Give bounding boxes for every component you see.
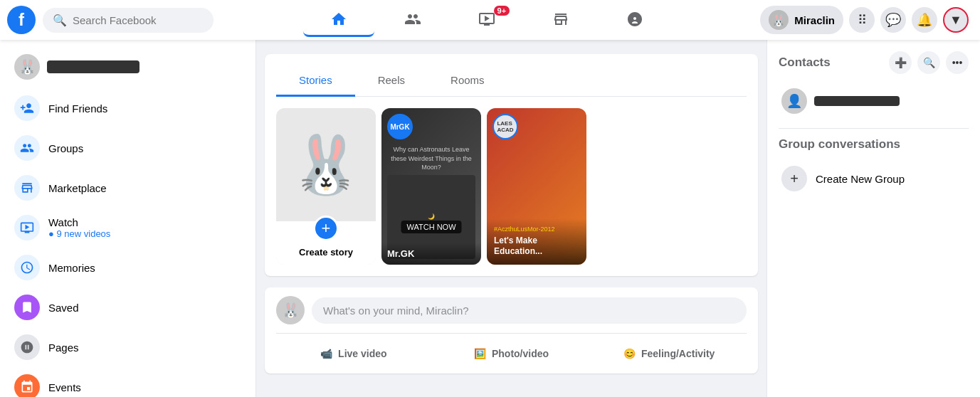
feeling-icon: 😊 <box>623 348 636 359</box>
tab-reels[interactable]: Reels <box>355 65 428 97</box>
nav-groups[interactable] <box>599 3 670 37</box>
create-story-plus-btn[interactable]: + <box>313 216 339 241</box>
events-icon <box>14 374 40 397</box>
sidebar-groups-label: Groups <box>48 142 83 154</box>
search-area[interactable]: 🔍 <box>43 8 214 33</box>
sidebar-item-events[interactable]: Events <box>6 367 250 397</box>
edu-overlay: #AczthuLusMor-2012 Let's Make Education.… <box>487 218 586 265</box>
nav-marketplace[interactable] <box>525 3 596 37</box>
sidebar-user-avatar: 🐰 <box>14 54 40 80</box>
tab-rooms[interactable]: Rooms <box>428 65 507 97</box>
sidebar-watch-text-wrap: Watch ● 9 new videos <box>48 216 110 239</box>
nav-friends[interactable] <box>377 3 448 37</box>
watch-badge: 9+ <box>494 6 510 16</box>
nav-watch[interactable]: 9+ <box>451 3 522 37</box>
search-box[interactable]: 🔍 <box>43 8 214 33</box>
memories-icon <box>14 255 40 280</box>
sidebar-item-groups[interactable]: Groups <box>6 128 250 168</box>
edu-logo: LAESACAD <box>492 114 518 139</box>
search-icon: 🔍 <box>53 14 67 27</box>
sidebar-divider <box>779 128 969 129</box>
sidebar-username <box>47 60 139 73</box>
nav-home[interactable] <box>303 3 374 37</box>
sidebar-memories-label: Memories <box>48 262 95 274</box>
page-layout: 🐰 Find Friends Groups Marketplace <box>0 40 980 397</box>
gk-avatar: MrGK <box>387 114 413 139</box>
contacts-title: Contacts <box>779 55 889 70</box>
topnav: f 🔍 9+ 🐰 Miraclin <box>0 0 980 40</box>
story-education[interactable]: LAESACAD #AczthuLusMor-2012 Let's Make E… <box>487 108 586 265</box>
sidebar-item-memories[interactable]: Memories <box>6 248 250 287</box>
sidebar-item-pages[interactable]: Pages <box>6 327 250 367</box>
stories-card: Stories Reels Rooms 🐰 + Create story <box>265 54 758 276</box>
contacts-header: Contacts ➕ 🔍 ••• <box>779 51 969 74</box>
sidebar-watch-label: Watch <box>48 216 110 228</box>
watch-now-badge: WATCH NOW <box>401 221 461 233</box>
stories-tabs: Stories Reels Rooms <box>276 65 747 97</box>
feeling-btn[interactable]: 😊 Feeling/Activity <box>591 342 747 365</box>
find-friends-icon <box>14 95 40 121</box>
marketplace-icon <box>14 175 40 201</box>
sidebar-item-saved[interactable]: Saved <box>6 287 250 327</box>
fb-logo: f <box>7 6 36 34</box>
create-group-label: Create New Group <box>816 173 905 185</box>
topnav-right: 🐰 Miraclin ⠿ 💬 🔔 ▼ <box>760 6 980 34</box>
user-name: Miraclin <box>794 14 835 26</box>
sidebar-events-label: Events <box>48 381 81 393</box>
watch-icon <box>14 215 40 240</box>
pages-icon <box>14 334 40 360</box>
bell-icon-btn[interactable]: 🔔 <box>912 7 937 33</box>
create-story-label: Create story <box>283 247 369 258</box>
contact-avatar: 👤 <box>781 88 807 114</box>
post-input-row: 🐰 What's on your mind, Miraclin? <box>276 296 747 324</box>
gk-text: Why can Astronauts Leave these Weirdest … <box>387 145 475 172</box>
post-avatar: 🐰 <box>276 296 305 324</box>
sidebar-pages-label: Pages <box>48 342 79 354</box>
post-actions: 📹 Live video 🖼️ Photo/video 😊 Feeling/Ac… <box>276 333 747 365</box>
sidebar-user-row[interactable]: 🐰 <box>6 48 250 85</box>
sidebar-item-find-friends[interactable]: Find Friends <box>6 88 250 128</box>
messenger-icon-btn[interactable]: 💬 <box>880 7 906 33</box>
fb-logo-wrap: f <box>0 6 43 34</box>
user-pill[interactable]: 🐰 Miraclin <box>760 6 843 34</box>
contacts-more-btn[interactable]: ••• <box>946 51 969 74</box>
edu-hashtag: #AczthuLusMor-2012 <box>494 226 579 233</box>
user-avatar: 🐰 <box>769 10 789 30</box>
contact-name <box>814 96 900 106</box>
grid-icon-btn[interactable]: ⠿ <box>849 7 875 33</box>
create-group-btn[interactable]: + Create New Group <box>779 160 969 197</box>
post-input[interactable]: What's on your mind, Miraclin? <box>312 297 747 324</box>
create-group-icon: + <box>781 166 807 191</box>
sidebar-item-marketplace[interactable]: Marketplace <box>6 168 250 208</box>
live-video-label: Live video <box>338 348 386 359</box>
edu-label: Let's Make Education... <box>494 235 579 258</box>
photo-video-icon: 🖼️ <box>474 348 486 359</box>
stories-row: 🐰 + Create story MrGK Why can Astronauts… <box>276 108 747 265</box>
sidebar-watch-sublabel: ● 9 new videos <box>48 228 110 239</box>
feeling-label: Feeling/Activity <box>641 348 715 359</box>
sidebar-saved-label: Saved <box>48 302 79 314</box>
contact-item[interactable]: 👤 <box>779 83 969 120</box>
live-video-icon: 📹 <box>320 348 332 359</box>
photo-video-btn[interactable]: 🖼️ Photo/video <box>434 342 589 365</box>
contacts-add-btn[interactable]: ➕ <box>889 51 912 74</box>
groups-icon <box>14 135 40 161</box>
right-sidebar: Contacts ➕ 🔍 ••• 👤 Group conversations +… <box>766 40 980 397</box>
post-box: 🐰 What's on your mind, Miraclin? 📹 Live … <box>265 287 758 374</box>
contacts-actions: ➕ 🔍 ••• <box>889 51 969 74</box>
bunny-image: 🐰 <box>276 108 376 221</box>
contacts-search-btn[interactable]: 🔍 <box>917 51 940 74</box>
tab-stories[interactable]: Stories <box>276 65 355 97</box>
left-sidebar: 🐰 Find Friends Groups Marketplace <box>0 40 256 397</box>
sidebar-find-friends-label: Find Friends <box>48 102 107 115</box>
create-story-card[interactable]: 🐰 + Create story <box>276 108 376 265</box>
group-conv-title: Group conversations <box>779 137 969 152</box>
story-create-image: 🐰 <box>276 108 376 221</box>
search-input[interactable] <box>73 14 204 26</box>
dropdown-menu-btn[interactable]: ▼ <box>943 7 969 33</box>
photo-video-label: Photo/video <box>492 348 549 359</box>
sidebar-item-watch[interactable]: Watch ● 9 new videos <box>6 208 250 248</box>
story-create-bottom: + Create story <box>276 221 376 265</box>
live-video-btn[interactable]: 📹 Live video <box>276 342 431 365</box>
story-mr-gk[interactable]: MrGK Why can Astronauts Leave these Weir… <box>381 108 481 265</box>
